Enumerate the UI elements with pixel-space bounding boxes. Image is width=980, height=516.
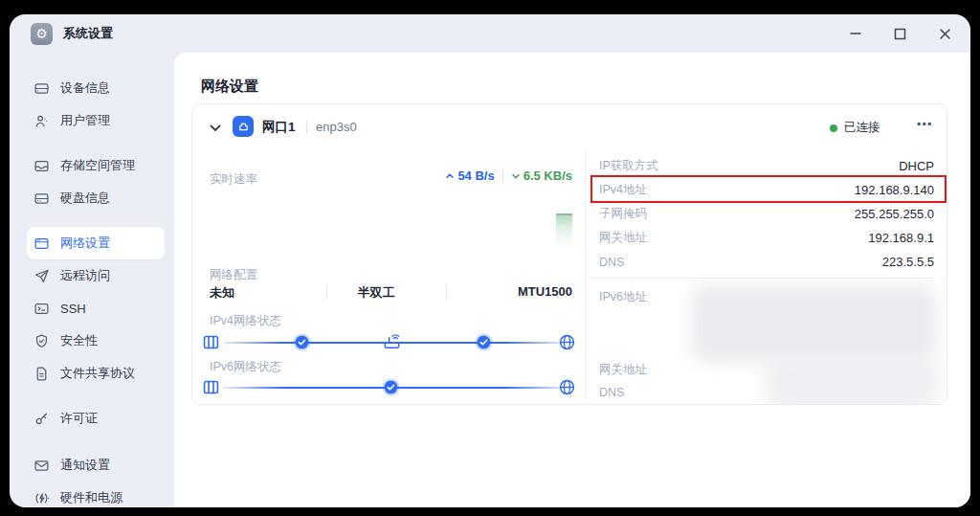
ipv6-status-label: IPv6网络状态 (210, 359, 281, 375)
sidebar-item-label: 远程访问 (60, 267, 110, 284)
network-config-label: 网络配置 (210, 267, 257, 283)
ipv4-status-line (202, 331, 573, 354)
ip-details: IP获取方式 DHCP IPv4地址 192.168.9.140 子网掩码 25… (599, 154, 934, 274)
sidebar-item-file-sharing[interactable]: 文件共享协议 (27, 357, 165, 390)
shield-check-icon (33, 333, 50, 349)
network-interface-card: 网口1 enp3s0 已连接 ⋯ 实时速率 54 B/s (191, 103, 947, 405)
key-icon (33, 411, 50, 427)
status-text: 已连接 (844, 120, 880, 136)
divider (446, 285, 447, 300)
power-icon (33, 490, 50, 506)
terminal-icon (33, 301, 50, 317)
divider (590, 278, 934, 279)
gear-icon: ⚙ (31, 23, 53, 45)
realtime-rate-label: 实时速率 (210, 171, 257, 188)
sidebar-item-label: 存储空间管理 (60, 157, 135, 174)
sidebar-item-storage-management[interactable]: 存储空间管理 (27, 149, 165, 182)
sidebar-item-hardware-power[interactable]: 硬件和电源 (27, 482, 165, 507)
realtime-values: 54 B/s 6.5 KB/s (365, 168, 572, 183)
storage-icon (33, 158, 50, 174)
interface-name: enp3s0 (316, 120, 357, 134)
sidebar-item-device-info[interactable]: 设备信息 (27, 72, 165, 104)
ethernet-port-icon (233, 116, 254, 137)
sidebar-item-label: 安全性 (60, 332, 98, 349)
sidebar-item-network-settings[interactable]: 网络设置 (27, 227, 165, 259)
sidebar-item-label: 用户管理 (60, 112, 110, 129)
network-config-values: 未知 半双工 MTU1500 (210, 284, 572, 302)
connection-status: 已连接 (830, 120, 880, 136)
system-settings-window: ⚙ 系统设置 设备信息 用户管理 (10, 14, 970, 507)
globe-icon (558, 378, 576, 396)
check-circle-icon (382, 378, 400, 396)
nas-device-icon (202, 378, 220, 396)
status-dot-icon (830, 124, 837, 132)
sidebar-item-license[interactable]: 许可证 (27, 402, 165, 435)
network-icon (33, 236, 50, 252)
more-options-button[interactable]: ⋯ (912, 112, 937, 135)
sidebar-item-user-management[interactable]: 用户管理 (27, 104, 165, 137)
divider (326, 285, 327, 300)
sidebar-item-ssh[interactable]: SSH (27, 292, 165, 325)
mtu-value: MTU1500 (518, 284, 572, 302)
column-divider (585, 149, 586, 400)
window-title: 系统设置 (63, 25, 113, 42)
divider (306, 121, 307, 133)
router-icon (382, 331, 402, 351)
sidebar-item-label: 网络设置 (60, 235, 110, 252)
window-controls (847, 26, 970, 42)
check-circle-icon (293, 333, 311, 351)
ipv6-dns-label: DNS (599, 386, 624, 399)
divider (502, 170, 503, 182)
hard-disk-icon (33, 191, 50, 207)
traffic-chart-bar (556, 213, 572, 250)
sidebar-item-label: 许可证 (60, 410, 98, 427)
upload-speed: 54 B/s (445, 168, 494, 183)
download-speed: 6.5 KB/s (511, 168, 572, 183)
chevron-down-icon[interactable] (208, 121, 223, 136)
duplex-value: 半双工 (357, 284, 394, 302)
globe-icon (558, 333, 576, 351)
ipv4-highlight-box (590, 175, 947, 203)
sidebar-item-remote-access[interactable]: 远程访问 (27, 259, 165, 292)
link-speed-value: 未知 (210, 284, 234, 302)
paper-plane-icon (33, 268, 50, 284)
sidebar-item-label: 通知设置 (60, 457, 110, 474)
maximize-icon[interactable] (892, 26, 908, 42)
minimize-icon[interactable] (847, 26, 863, 42)
document-icon (33, 366, 50, 382)
sidebar: 设备信息 用户管理 存储空间管理 硬盘信息 网络设置 远程访问 (10, 53, 174, 507)
page-title: 网络设置 (201, 78, 258, 96)
device-info-icon (33, 80, 50, 97)
blurred-ipv6-value (765, 355, 939, 405)
mail-icon (33, 458, 50, 474)
ipv6-status-line (202, 376, 573, 399)
detail-row-dns: DNS 223.5.5.5 (599, 250, 934, 274)
nas-device-icon (202, 333, 220, 351)
titlebar: ⚙ 系统设置 (10, 14, 970, 53)
sidebar-item-label: 设备信息 (60, 79, 110, 97)
sidebar-item-disk-info[interactable]: 硬盘信息 (27, 182, 165, 214)
sidebar-item-label: 硬盘信息 (60, 190, 110, 207)
sidebar-item-notification-settings[interactable]: 通知设置 (27, 449, 165, 482)
detail-row-gateway: 网关地址 192.168.9.1 (599, 226, 934, 250)
ipv4-status-label: IPv4网络状态 (210, 313, 281, 329)
sidebar-item-security[interactable]: 安全性 (27, 325, 165, 357)
ipv6-address-label: IPv6地址 (599, 289, 647, 305)
detail-row-subnet-mask: 子网掩码 255.255.255.0 (599, 202, 934, 226)
sidebar-item-label: 硬件和电源 (60, 489, 122, 506)
sidebar-item-label: SSH (60, 302, 86, 316)
main-content: 网络设置 网口1 enp3s0 已连接 ⋯ 实时速 (174, 53, 970, 507)
users-icon (33, 113, 50, 129)
ipv6-gateway-label: 网关地址 (599, 362, 647, 378)
caret-down-icon (511, 171, 521, 181)
close-icon[interactable] (937, 26, 953, 42)
check-circle-icon (475, 333, 493, 351)
sidebar-item-label: 文件共享协议 (60, 365, 135, 382)
caret-up-icon (445, 171, 455, 181)
port-name: 网口1 (262, 119, 296, 136)
screen: ⚙ 系统设置 设备信息 用户管理 (0, 0, 980, 516)
blurred-ipv6-value (690, 284, 937, 363)
